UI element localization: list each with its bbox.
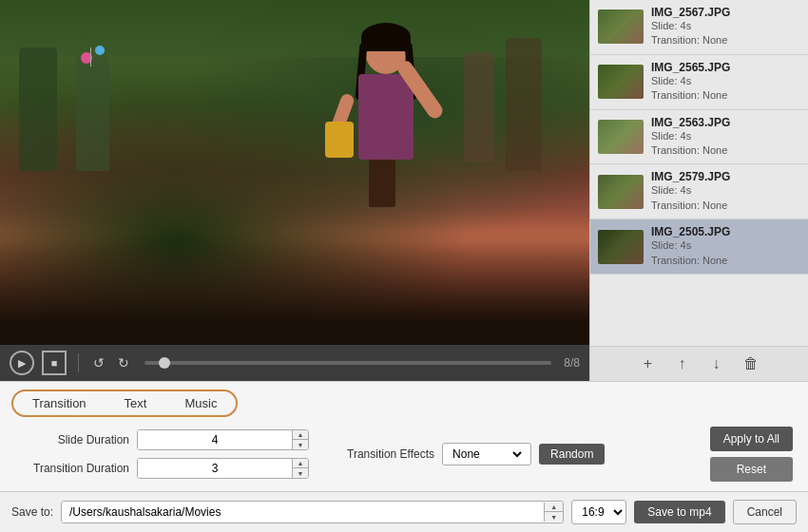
slide-duration-detail: Slide: 4s <box>651 238 800 253</box>
video-area <box>0 0 589 345</box>
move-up-button[interactable]: ↑ <box>671 352 694 375</box>
figure-center <box>324 28 448 218</box>
save-mp4-button[interactable]: Save to mp4 <box>634 501 724 523</box>
slide-filename: IMG_2565.JPG <box>651 61 800 74</box>
transition-duration-label: Transition Duration <box>15 462 129 475</box>
scrubber-track[interactable] <box>144 361 551 365</box>
slide-thumbnail <box>598 120 644 154</box>
slide-filename: IMG_2563.JPG <box>651 116 800 129</box>
tab-group: Transition Text Music <box>11 390 238 417</box>
action-buttons: Apply to All Reset <box>710 427 793 482</box>
slide-info: IMG_2563.JPG Slide: 4s Transition: None <box>651 116 800 159</box>
slide-thumb-image <box>598 65 644 99</box>
slide-duration-detail: Slide: 4s <box>651 129 800 143</box>
slide-transition-detail: Transition: None <box>651 88 800 103</box>
move-down-button[interactable]: ↓ <box>705 352 728 375</box>
transition-duration-spinner[interactable]: ▲ ▼ <box>137 458 309 479</box>
slide-thumbnail <box>598 65 644 99</box>
transition-duration-up[interactable]: ▲ <box>293 459 308 468</box>
slide-transition-detail: Transition: None <box>651 33 800 48</box>
path-input[interactable] <box>62 502 544 522</box>
slide-item[interactable]: IMG_2565.JPG Slide: 4s Transition: None <box>590 55 808 110</box>
slide-duration-detail: Slide: 4s <box>651 19 800 33</box>
path-arrows: ▲ ▼ <box>544 503 563 522</box>
transition-duration-arrows: ▲ ▼ <box>292 459 308 478</box>
slide-thumbnail <box>598 10 644 44</box>
reset-button[interactable]: Reset <box>710 457 793 482</box>
transition-effects-select[interactable]: None Fade Slide Zoom Wipe <box>449 446 525 462</box>
slide-thumb-image <box>598 10 644 44</box>
scrubber-thumb[interactable] <box>159 357 170 369</box>
video-preview <box>0 0 589 345</box>
slide-item[interactable]: IMG_2505.JPG Slide: 4s Transition: None <box>590 219 808 275</box>
ratio-select[interactable]: 16:9 4:3 1:1 9:16 <box>572 501 625 523</box>
slide-info: IMG_2567.JPG Slide: 4s Transition: None <box>651 6 800 48</box>
ratio-select-wrapper[interactable]: 16:9 4:3 1:1 9:16 <box>571 500 626 524</box>
slide-filename: IMG_2567.JPG <box>651 6 800 19</box>
footer-bar: Save to: ▲ ▼ 16:9 4:3 1:1 9:16 Save to m… <box>0 491 808 532</box>
slide-item[interactable]: IMG_2567.JPG Slide: 4s Transition: None <box>590 0 808 55</box>
slide-duration-up[interactable]: ▲ <box>293 430 308 440</box>
tab-text[interactable]: Text <box>106 391 166 415</box>
slide-duration-detail: Slide: 4s <box>651 183 800 198</box>
main-area: ▶ ■ ↺ ↻ 8/8 IMG_2567.JPG Slide: 4s Trans… <box>0 0 808 381</box>
slide-duration-label: Slide Duration <box>15 433 129 446</box>
bottom-panel: Transition Text Music Slide Duration ▲ ▼… <box>0 381 808 491</box>
slide-duration-down[interactable]: ▼ <box>293 440 308 449</box>
slide-filename: IMG_2579.JPG <box>651 170 800 183</box>
tab-transition[interactable]: Transition <box>13 391 106 415</box>
tabs-row: Transition Text Music <box>0 382 808 417</box>
transition-effects-select-wrapper[interactable]: None Fade Slide Zoom Wipe <box>442 443 531 466</box>
tab-music[interactable]: Music <box>165 391 236 415</box>
slide-info: IMG_2505.JPG Slide: 4s Transition: None <box>651 225 800 268</box>
delete-slide-button[interactable]: 🗑 <box>740 352 762 375</box>
slide-list: IMG_2567.JPG Slide: 4s Transition: None … <box>590 0 808 346</box>
slide-transition-detail: Transition: None <box>651 143 800 158</box>
slide-transition-detail: Transition: None <box>651 199 800 213</box>
slide-counter: 8/8 <box>564 356 580 370</box>
slide-thumb-image <box>598 230 644 264</box>
save-to-label: Save to: <box>11 505 53 519</box>
slide-thumb-image <box>598 120 644 154</box>
slide-item[interactable]: IMG_2563.JPG Slide: 4s Transition: None <box>590 110 808 165</box>
transition-duration-row: Transition Duration ▲ ▼ <box>15 458 309 479</box>
transition-duration-value[interactable] <box>138 459 292 478</box>
slide-duration-row: Slide Duration ▲ ▼ <box>15 429 309 450</box>
controls-bar: ▶ ■ ↺ ↻ 8/8 <box>0 345 589 381</box>
slide-thumb-image <box>598 175 644 209</box>
path-input-wrapper[interactable]: ▲ ▼ <box>61 501 564 523</box>
play-button[interactable]: ▶ <box>10 351 34 375</box>
transition-effects-row: Transition Effects None Fade Slide Zoom … <box>347 443 605 466</box>
slide-thumbnail <box>598 230 644 264</box>
slide-controls: + ↑ ↓ 🗑 <box>590 346 808 381</box>
path-down[interactable]: ▼ <box>545 512 563 522</box>
transition-duration-down[interactable]: ▼ <box>293 468 308 478</box>
slide-duration-detail: Slide: 4s <box>651 74 800 88</box>
slide-duration-value[interactable] <box>138 430 292 449</box>
right-panel: IMG_2567.JPG Slide: 4s Transition: None … <box>589 0 808 381</box>
slide-info: IMG_2565.JPG Slide: 4s Transition: None <box>651 61 800 104</box>
random-button[interactable]: Random <box>539 444 605 465</box>
path-up[interactable]: ▲ <box>545 503 563 512</box>
slide-duration-spinner[interactable]: ▲ ▼ <box>137 429 309 450</box>
slide-item[interactable]: IMG_2579.JPG Slide: 4s Transition: None <box>590 164 808 219</box>
settings-right: Transition Effects None Fade Slide Zoom … <box>347 443 605 466</box>
stop-button[interactable]: ■ <box>42 351 67 375</box>
slide-transition-detail: Transition: None <box>651 254 800 268</box>
settings-area: Slide Duration ▲ ▼ Transition Duration ▲… <box>0 417 808 491</box>
slide-filename: IMG_2505.JPG <box>651 225 800 238</box>
slide-duration-arrows: ▲ ▼ <box>292 430 308 449</box>
transition-effects-label: Transition Effects <box>347 447 434 461</box>
rotate-left-icon[interactable]: ↺ <box>90 352 107 373</box>
rotate-right-icon[interactable]: ↻ <box>115 352 132 373</box>
apply-to-all-button[interactable]: Apply to All <box>710 427 793 451</box>
settings-left: Slide Duration ▲ ▼ Transition Duration ▲… <box>15 429 309 479</box>
cancel-button[interactable]: Cancel <box>733 500 797 524</box>
slide-thumbnail <box>598 175 644 209</box>
slide-info: IMG_2579.JPG Slide: 4s Transition: None <box>651 170 800 213</box>
left-panel: ▶ ■ ↺ ↻ 8/8 <box>0 0 589 381</box>
separator <box>78 353 79 372</box>
add-slide-button[interactable]: + <box>637 352 660 375</box>
